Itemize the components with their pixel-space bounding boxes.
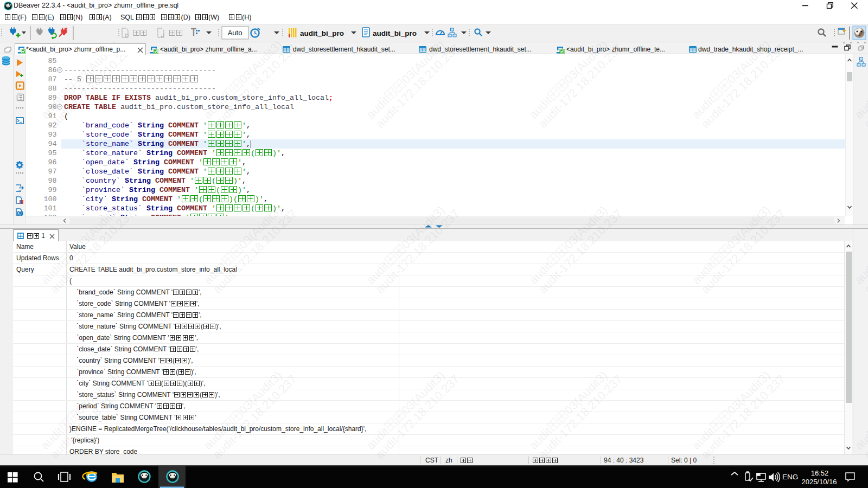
svg-text:16:52: 16:52 — [811, 469, 829, 477]
svg-text:(x): (x) — [17, 211, 23, 215]
svg-text:2025/10/16: 2025/10/16 — [801, 478, 837, 486]
svg-text:ENG: ENG — [782, 473, 798, 481]
svg-text:!: ! — [21, 200, 22, 204]
svg-text:audit_bi_pro: audit_bi_pro — [300, 29, 344, 37]
svg-text:audit_bi_pro: audit_bi_pro — [373, 29, 417, 37]
svg-text:Auto: Auto — [228, 29, 242, 37]
